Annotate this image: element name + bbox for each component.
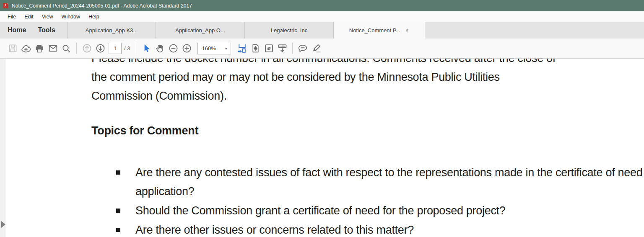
previous-page-button[interactable]	[80, 41, 93, 56]
square-bullet-icon	[116, 170, 120, 175]
main-toolbar: / 3 160% ▾	[0, 39, 644, 59]
share-button[interactable]	[19, 41, 33, 56]
hide-toolbar-button[interactable]	[275, 41, 289, 56]
chevron-down-icon: ▾	[225, 46, 227, 51]
document-tab-label: Application_App O...	[175, 27, 225, 33]
primary-tabs: Home Tools	[0, 22, 67, 39]
comment-icon	[297, 43, 308, 54]
toolbar-separator	[292, 43, 293, 54]
document-tab-label: Legalectric, Inc	[271, 27, 307, 33]
menu-file[interactable]: File	[3, 12, 20, 21]
highlight-button[interactable]	[309, 41, 323, 56]
highlight-icon	[311, 43, 322, 54]
tab-tools[interactable]: Tools	[38, 26, 55, 34]
fit-page-icon	[250, 43, 261, 54]
comment-button[interactable]	[296, 41, 309, 56]
hide-toolbar-icon	[277, 43, 288, 54]
bullet-list: Are there any contested issues of fact w…	[91, 163, 644, 237]
paragraph-line: Commission (Commission).	[91, 87, 644, 106]
document-tab-1[interactable]: Application_App K3...	[67, 22, 156, 39]
select-tool-button[interactable]	[140, 41, 153, 56]
zoom-in-button[interactable]	[180, 41, 193, 56]
full-screen-icon	[264, 43, 274, 54]
previous-page-icon	[82, 43, 92, 54]
square-bullet-icon	[116, 209, 120, 213]
bullet-text: Are there any contested issues of fact w…	[135, 166, 642, 198]
menu-edit[interactable]: Edit	[20, 12, 38, 21]
menu-help[interactable]: Help	[84, 12, 104, 21]
print-button[interactable]	[33, 41, 46, 56]
window-titlebar: Notice_Comment Period_20244-205005-01.pd…	[0, 0, 644, 11]
share-cloud-icon	[21, 43, 31, 54]
next-page-icon	[95, 43, 106, 54]
close-tab-icon[interactable]: ×	[405, 27, 410, 33]
navigation-pane-strip[interactable]	[0, 59, 6, 237]
menu-window[interactable]: Window	[57, 12, 84, 21]
list-item: Are there any contested issues of fact w…	[91, 163, 644, 201]
page-count-label: / 3	[124, 45, 130, 52]
document-tab-3[interactable]: Legalectric, Inc	[245, 22, 334, 39]
pdf-page: Please include the docket number in all …	[91, 59, 644, 237]
next-page-button[interactable]	[93, 41, 107, 56]
square-bullet-icon	[116, 228, 120, 232]
hand-tool-button[interactable]	[153, 41, 166, 56]
print-icon	[34, 44, 44, 54]
fit-page-button[interactable]	[249, 41, 262, 56]
window-title: Notice_Comment Period_20244-205005-01.pd…	[12, 3, 192, 9]
menu-bar: File Edit View Window Help	[0, 11, 644, 22]
document-tab-label: Application_App K3...	[86, 27, 138, 33]
document-tab-active[interactable]: Notice_Comment P... ×	[334, 22, 425, 39]
select-tool-icon	[142, 44, 151, 53]
toolbar-separator	[136, 43, 136, 54]
email-icon	[48, 43, 58, 54]
page-number-input[interactable]	[109, 43, 122, 54]
full-screen-button[interactable]	[262, 41, 275, 56]
save-button[interactable]	[6, 41, 19, 56]
document-tab-2[interactable]: Application_App O...	[156, 22, 245, 39]
bullet-text: Are there other issues or concerns relat…	[135, 224, 414, 236]
toolbar-separator	[76, 43, 77, 54]
bullet-text: Should the Commission grant a certificat…	[135, 204, 506, 217]
zoom-level-value: 160%	[202, 45, 216, 52]
zoom-in-icon	[182, 43, 192, 54]
list-item: Are there other issues or concerns relat…	[91, 221, 644, 237]
document-viewport: Please include the docket number in all …	[0, 59, 644, 237]
email-button[interactable]	[46, 41, 60, 56]
hand-tool-icon	[155, 43, 165, 54]
section-heading: Topics for Comment	[91, 121, 644, 140]
menu-view[interactable]: View	[38, 12, 57, 21]
zoom-level-select[interactable]: 160% ▾	[197, 43, 231, 54]
save-icon	[8, 44, 18, 53]
fit-width-icon	[237, 43, 247, 54]
tab-bar: Home Tools Application_App K3... Applica…	[0, 22, 644, 39]
zoom-out-icon	[168, 43, 179, 54]
fit-width-button[interactable]	[235, 41, 249, 56]
search-icon	[61, 44, 71, 54]
paragraph-line: the comment period may or may not be con…	[91, 68, 644, 87]
list-item: Should the Commission grant a certificat…	[91, 201, 644, 220]
paragraph-line-clipped: Please include the docket number in all …	[91, 59, 644, 68]
document-tab-label: Notice_Comment P...	[349, 27, 400, 33]
tab-home[interactable]: Home	[8, 26, 26, 34]
expand-navigation-pane-icon[interactable]	[1, 221, 5, 228]
acrobat-pdf-icon	[3, 3, 9, 9]
zoom-out-button[interactable]	[166, 41, 180, 56]
search-button[interactable]	[60, 41, 73, 56]
